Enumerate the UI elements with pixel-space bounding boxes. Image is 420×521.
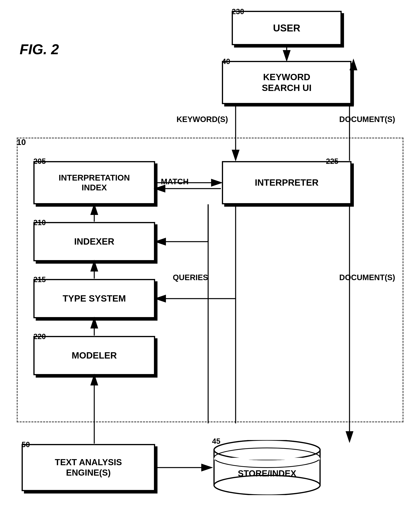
- queries-label: QUERIES: [171, 273, 210, 282]
- keyword-search-ui-box: KEYWORD SEARCH UI: [222, 61, 352, 104]
- indexer-box: INDEXER: [33, 222, 155, 261]
- indexer-ref: 210: [33, 218, 46, 227]
- documents-bottom-label: DOCUMENT(S): [338, 273, 397, 282]
- diagram: FIG. 2 USER 230 KEYWORD SEARCH UI 40 10 …: [0, 0, 420, 521]
- keyword-search-ui-ref: 40: [222, 57, 230, 66]
- text-analysis-engine-ref: 50: [22, 440, 30, 449]
- store-index-shape: STORE/INDEX: [212, 440, 322, 495]
- svg-point-2: [214, 475, 320, 495]
- documents-top-label: DOCUMENT(S): [338, 115, 397, 124]
- svg-point-3: [214, 440, 320, 460]
- match-label: MATCH: [155, 177, 194, 186]
- type-system-ref: 215: [33, 276, 46, 284]
- text-analysis-engine-box: TEXT ANALYSIS ENGINE(S): [22, 444, 155, 491]
- store-index-ref: 45: [212, 437, 220, 445]
- user-ref: 230: [232, 8, 244, 16]
- modeler-box: MODELER: [33, 336, 155, 375]
- interpreter-box: INTERPRETER: [222, 161, 352, 204]
- type-system-box: TYPE SYSTEM: [33, 279, 155, 318]
- interpretation-index-ref: 205: [33, 157, 46, 166]
- modeler-ref: 220: [33, 332, 46, 341]
- figure-label: FIG. 2: [20, 41, 59, 57]
- system-ref: 10: [17, 138, 26, 147]
- interpreter-ref: 225: [326, 157, 338, 166]
- interpretation-index-box: INTERPRETATION INDEX: [33, 161, 155, 204]
- keywords-label: KEYWORD(S): [175, 115, 230, 124]
- svg-rect-5: [214, 458, 320, 460]
- svg-text:STORE/INDEX: STORE/INDEX: [238, 468, 296, 478]
- user-box: USER: [232, 11, 342, 45]
